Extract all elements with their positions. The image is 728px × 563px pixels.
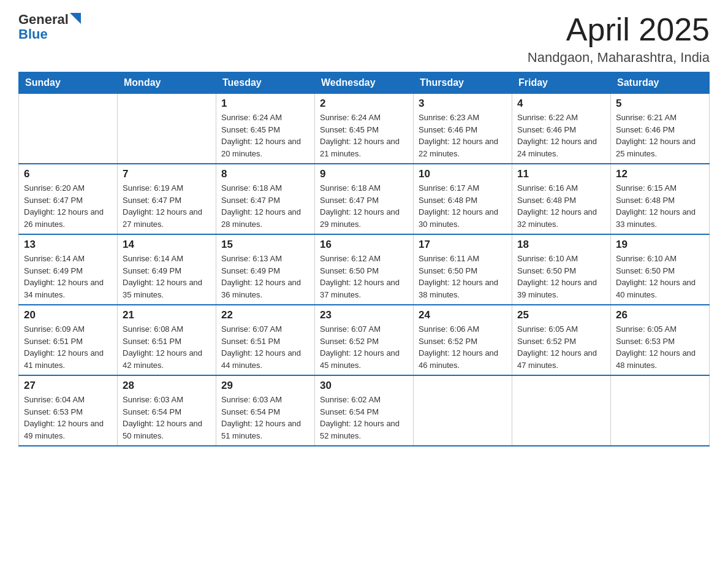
calendar-cell: 29Sunrise: 6:03 AMSunset: 6:54 PMDayligh… xyxy=(216,375,315,446)
location: Nandgaon, Maharashtra, India xyxy=(528,50,710,66)
calendar-cell: 17Sunrise: 6:11 AMSunset: 6:50 PMDayligh… xyxy=(414,234,512,305)
day-info: Sunrise: 6:11 AMSunset: 6:50 PMDaylight:… xyxy=(419,253,507,301)
day-info: Sunrise: 6:22 AMSunset: 6:46 PMDaylight:… xyxy=(517,112,605,159)
day-info: Sunrise: 6:18 AMSunset: 6:47 PMDaylight:… xyxy=(320,182,408,230)
calendar-cell: 7Sunrise: 6:19 AMSunset: 6:47 PMDaylight… xyxy=(118,164,216,234)
calendar-cell: 30Sunrise: 6:02 AMSunset: 6:54 PMDayligh… xyxy=(315,375,414,446)
calendar-cell: 6Sunrise: 6:20 AMSunset: 6:47 PMDaylight… xyxy=(19,164,118,234)
calendar-cell: 28Sunrise: 6:03 AMSunset: 6:54 PMDayligh… xyxy=(118,375,216,446)
day-number: 17 xyxy=(419,239,507,251)
weekday-header-saturday: Saturday xyxy=(611,72,710,94)
day-info: Sunrise: 6:16 AMSunset: 6:48 PMDaylight:… xyxy=(517,182,605,230)
calendar-cell: 16Sunrise: 6:12 AMSunset: 6:50 PMDayligh… xyxy=(315,234,414,305)
day-number: 16 xyxy=(320,239,408,251)
calendar-cell: 2Sunrise: 6:24 AMSunset: 6:45 PMDaylight… xyxy=(315,94,414,164)
day-info: Sunrise: 6:07 AMSunset: 6:51 PMDaylight:… xyxy=(221,323,309,371)
calendar-week-1: 1Sunrise: 6:24 AMSunset: 6:45 PMDaylight… xyxy=(19,94,710,164)
day-number: 3 xyxy=(419,98,507,110)
day-number: 4 xyxy=(517,98,605,110)
day-info: Sunrise: 6:24 AMSunset: 6:45 PMDaylight:… xyxy=(221,112,309,159)
day-info: Sunrise: 6:03 AMSunset: 6:54 PMDaylight:… xyxy=(221,394,309,442)
weekday-header-sunday: Sunday xyxy=(19,72,118,94)
day-info: Sunrise: 6:23 AMSunset: 6:46 PMDaylight:… xyxy=(419,112,507,159)
day-info: Sunrise: 6:06 AMSunset: 6:52 PMDaylight:… xyxy=(419,323,507,371)
day-number: 29 xyxy=(221,380,309,392)
day-info: Sunrise: 6:04 AMSunset: 6:53 PMDaylight:… xyxy=(24,394,112,442)
svg-marker-0 xyxy=(70,13,81,24)
day-number: 13 xyxy=(24,239,112,251)
calendar-cell xyxy=(19,94,118,164)
day-info: Sunrise: 6:14 AMSunset: 6:49 PMDaylight:… xyxy=(24,253,112,301)
calendar-cell: 3Sunrise: 6:23 AMSunset: 6:46 PMDaylight… xyxy=(414,94,512,164)
calendar-table: SundayMondayTuesdayWednesdayThursdayFrid… xyxy=(18,72,710,446)
calendar-cell: 14Sunrise: 6:14 AMSunset: 6:49 PMDayligh… xyxy=(118,234,216,305)
calendar-cell: 13Sunrise: 6:14 AMSunset: 6:49 PMDayligh… xyxy=(19,234,118,305)
day-number: 20 xyxy=(24,309,112,321)
day-info: Sunrise: 6:05 AMSunset: 6:52 PMDaylight:… xyxy=(517,323,605,371)
calendar-cell: 4Sunrise: 6:22 AMSunset: 6:46 PMDaylight… xyxy=(512,94,611,164)
weekday-header-wednesday: Wednesday xyxy=(315,72,414,94)
day-info: Sunrise: 6:02 AMSunset: 6:54 PMDaylight:… xyxy=(320,394,408,442)
day-number: 1 xyxy=(221,98,309,110)
calendar-cell xyxy=(118,94,216,164)
calendar-cell: 26Sunrise: 6:05 AMSunset: 6:53 PMDayligh… xyxy=(611,305,710,375)
logo-triangle-icon xyxy=(70,13,81,24)
day-info: Sunrise: 6:05 AMSunset: 6:53 PMDaylight:… xyxy=(616,323,704,371)
calendar-cell xyxy=(414,375,512,446)
calendar-week-4: 20Sunrise: 6:09 AMSunset: 6:51 PMDayligh… xyxy=(19,305,710,375)
day-number: 25 xyxy=(517,309,605,321)
calendar-cell: 12Sunrise: 6:15 AMSunset: 6:48 PMDayligh… xyxy=(611,164,710,234)
day-number: 22 xyxy=(221,309,309,321)
day-info: Sunrise: 6:09 AMSunset: 6:51 PMDaylight:… xyxy=(24,323,112,371)
calendar-cell: 23Sunrise: 6:07 AMSunset: 6:52 PMDayligh… xyxy=(315,305,414,375)
day-number: 10 xyxy=(419,168,507,180)
day-number: 7 xyxy=(123,168,211,180)
day-number: 11 xyxy=(517,168,605,180)
weekday-header-monday: Monday xyxy=(118,72,216,94)
calendar-cell: 27Sunrise: 6:04 AMSunset: 6:53 PMDayligh… xyxy=(19,375,118,446)
day-info: Sunrise: 6:19 AMSunset: 6:47 PMDaylight:… xyxy=(123,182,211,230)
day-info: Sunrise: 6:10 AMSunset: 6:50 PMDaylight:… xyxy=(616,253,704,301)
calendar-week-2: 6Sunrise: 6:20 AMSunset: 6:47 PMDaylight… xyxy=(19,164,710,234)
calendar-week-3: 13Sunrise: 6:14 AMSunset: 6:49 PMDayligh… xyxy=(19,234,710,305)
day-number: 2 xyxy=(320,98,408,110)
weekday-header-row: SundayMondayTuesdayWednesdayThursdayFrid… xyxy=(19,72,710,94)
day-info: Sunrise: 6:14 AMSunset: 6:49 PMDaylight:… xyxy=(123,253,211,301)
day-number: 18 xyxy=(517,239,605,251)
calendar-cell: 1Sunrise: 6:24 AMSunset: 6:45 PMDaylight… xyxy=(216,94,315,164)
calendar-cell: 5Sunrise: 6:21 AMSunset: 6:46 PMDaylight… xyxy=(611,94,710,164)
page-header: General Blue April 2025 Nandgaon, Mahara… xyxy=(18,12,710,66)
calendar-cell: 8Sunrise: 6:18 AMSunset: 6:47 PMDaylight… xyxy=(216,164,315,234)
day-number: 23 xyxy=(320,309,408,321)
day-info: Sunrise: 6:24 AMSunset: 6:45 PMDaylight:… xyxy=(320,112,408,159)
day-number: 9 xyxy=(320,168,408,180)
day-info: Sunrise: 6:12 AMSunset: 6:50 PMDaylight:… xyxy=(320,253,408,301)
calendar-cell xyxy=(611,375,710,446)
weekday-header-friday: Friday xyxy=(512,72,611,94)
calendar-cell: 11Sunrise: 6:16 AMSunset: 6:48 PMDayligh… xyxy=(512,164,611,234)
month-title: April 2025 xyxy=(528,12,710,47)
day-info: Sunrise: 6:08 AMSunset: 6:51 PMDaylight:… xyxy=(123,323,211,371)
day-info: Sunrise: 6:10 AMSunset: 6:50 PMDaylight:… xyxy=(517,253,605,301)
logo-text-general: General xyxy=(18,12,69,27)
day-info: Sunrise: 6:07 AMSunset: 6:52 PMDaylight:… xyxy=(320,323,408,371)
day-number: 21 xyxy=(123,309,211,321)
calendar-cell: 25Sunrise: 6:05 AMSunset: 6:52 PMDayligh… xyxy=(512,305,611,375)
calendar-cell: 9Sunrise: 6:18 AMSunset: 6:47 PMDaylight… xyxy=(315,164,414,234)
day-number: 19 xyxy=(616,239,704,251)
day-info: Sunrise: 6:18 AMSunset: 6:47 PMDaylight:… xyxy=(221,182,309,230)
calendar-cell: 24Sunrise: 6:06 AMSunset: 6:52 PMDayligh… xyxy=(414,305,512,375)
calendar-cell: 21Sunrise: 6:08 AMSunset: 6:51 PMDayligh… xyxy=(118,305,216,375)
day-info: Sunrise: 6:21 AMSunset: 6:46 PMDaylight:… xyxy=(616,112,704,159)
calendar-cell: 20Sunrise: 6:09 AMSunset: 6:51 PMDayligh… xyxy=(19,305,118,375)
day-info: Sunrise: 6:20 AMSunset: 6:47 PMDaylight:… xyxy=(24,182,112,230)
day-number: 30 xyxy=(320,380,408,392)
calendar-cell: 22Sunrise: 6:07 AMSunset: 6:51 PMDayligh… xyxy=(216,305,315,375)
calendar-cell: 18Sunrise: 6:10 AMSunset: 6:50 PMDayligh… xyxy=(512,234,611,305)
weekday-header-thursday: Thursday xyxy=(414,72,512,94)
day-info: Sunrise: 6:15 AMSunset: 6:48 PMDaylight:… xyxy=(616,182,704,230)
day-number: 8 xyxy=(221,168,309,180)
day-number: 27 xyxy=(24,380,112,392)
weekday-header-tuesday: Tuesday xyxy=(216,72,315,94)
day-info: Sunrise: 6:03 AMSunset: 6:54 PMDaylight:… xyxy=(123,394,211,442)
